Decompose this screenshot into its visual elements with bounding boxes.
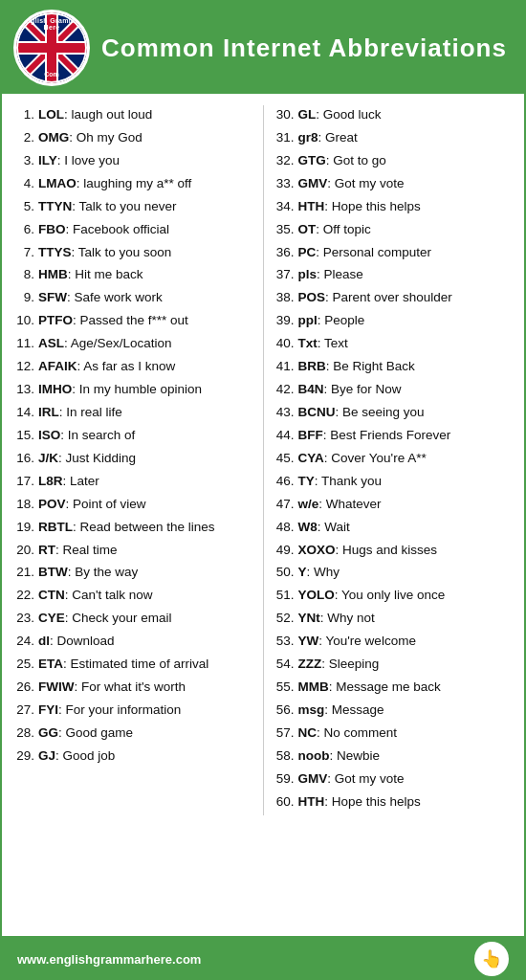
list-item: 25.ETA: Estimated time of arrival	[13, 655, 253, 675]
list-item: 59.GMV: Got my vote	[274, 769, 514, 790]
item-def: : Great	[318, 130, 358, 145]
item-def: : Can't talk now	[65, 588, 153, 602]
list-item: 49.XOXO: Hugs and kisses	[274, 541, 514, 561]
list-item: 18.POV: Point of view	[13, 495, 253, 515]
item-abbr: OT	[298, 222, 317, 236]
item-number: 10.	[13, 311, 34, 331]
item-abbr: BRB	[298, 359, 326, 373]
item-number: 11.	[13, 334, 34, 354]
list-item: 38.POS: Parent over shoulder	[274, 288, 514, 308]
item-number: 33.	[274, 174, 295, 194]
item-def: : People	[318, 313, 365, 327]
list-item: 3.ILY: I love you	[13, 151, 253, 171]
list-item: 42.B4N: Bye for Now	[274, 380, 514, 400]
item-def: : Why not	[320, 611, 375, 625]
list-item: 23.CYE: Check your email	[13, 609, 253, 629]
list-item: 48.W8: Wait	[274, 518, 514, 538]
item-abbr: Txt	[298, 336, 318, 350]
item-number: 38.	[274, 288, 295, 308]
item-def: : Just Kidding	[58, 451, 136, 465]
item-def: : Got my vote	[327, 771, 404, 786]
item-abbr: LOL	[38, 107, 64, 122]
item-number: 20.	[13, 541, 34, 561]
item-abbr: YW	[298, 634, 319, 648]
list-item: 35.OT: Off topic	[274, 220, 514, 240]
item-def: : Personal computer	[316, 245, 431, 259]
item-abbr: dl	[38, 634, 50, 648]
item-number: 57.	[274, 724, 295, 744]
item-number: 25.	[13, 655, 34, 675]
list-item: 34.HTH: Hope this helps	[274, 197, 514, 217]
list-item: 1.LOL: laugh out loud	[13, 105, 253, 125]
list-item: 31.gr8: Great	[274, 128, 514, 148]
item-def: : In my humble opinion	[72, 382, 202, 396]
logo-inner: English Grammar Here Com	[16, 12, 87, 83]
item-number: 13.	[13, 380, 34, 400]
list-item: 28.GG: Good game	[13, 724, 253, 744]
item-def: : laugh out loud	[64, 107, 152, 122]
item-abbr: SFW	[38, 290, 67, 304]
item-def: : In real life	[59, 405, 122, 419]
item-number: 46.	[274, 472, 295, 492]
item-number: 26.	[13, 678, 34, 698]
item-def: : Message me back	[329, 679, 441, 694]
item-abbr: TTYS	[38, 245, 72, 259]
list-item: 26.FWIW: For what it's worth	[13, 678, 253, 698]
item-def: : Off topic	[316, 222, 371, 236]
item-abbr: ppl	[298, 313, 318, 327]
item-def: : By the way	[68, 565, 139, 579]
item-abbr: ILY	[38, 153, 57, 167]
item-abbr: HMB	[38, 267, 68, 281]
item-number: 29.	[13, 746, 34, 767]
item-def: : In search of	[60, 428, 135, 442]
item-abbr: POS	[298, 290, 326, 304]
item-abbr: GL	[298, 107, 317, 122]
item-abbr: TY	[298, 474, 315, 488]
hand-icon: 👆	[474, 942, 509, 976]
item-def: : Bye for Now	[324, 382, 402, 396]
item-abbr: noob	[298, 748, 330, 763]
item-number: 21.	[13, 563, 34, 583]
item-def: : Passed the f*** out	[73, 313, 188, 327]
item-abbr: B4N	[298, 382, 324, 396]
svg-rect-8	[16, 43, 87, 53]
column-divider	[263, 105, 264, 815]
item-number: 8.	[13, 265, 34, 285]
list-item: 21.BTW: By the way	[13, 563, 253, 583]
item-def: : You only live once	[335, 588, 446, 602]
item-abbr: GJ	[38, 748, 55, 763]
item-number: 5.	[13, 197, 34, 217]
item-def: : Safe work work	[67, 290, 163, 304]
item-number: 41.	[274, 357, 295, 377]
item-abbr: LMAO	[38, 176, 77, 190]
item-abbr: CYE	[38, 611, 65, 625]
item-def: : Point of view	[66, 497, 146, 511]
item-def: : Got my vote	[327, 176, 404, 190]
item-def: : Read between the lines	[73, 520, 215, 534]
item-abbr: AFAIK	[38, 359, 77, 373]
footer-url: www.englishgrammarhere.com	[17, 952, 201, 967]
list-item: 53.YW: You're welcome	[274, 632, 514, 652]
list-item: 45.CYA: Cover You're A**	[274, 449, 514, 469]
item-def: : As far as I know	[77, 359, 176, 373]
item-def: : Age/Sex/Location	[64, 336, 172, 350]
item-number: 14.	[13, 403, 34, 423]
list-item: 16.J/K: Just Kidding	[13, 449, 253, 469]
item-def: : Later	[63, 474, 99, 488]
item-number: 1.	[13, 105, 34, 125]
list-item: 60.HTH: Hope this helps	[274, 792, 514, 813]
item-number: 23.	[13, 609, 34, 629]
item-def: : I love you	[57, 153, 120, 167]
item-number: 47.	[274, 495, 295, 515]
item-number: 40.	[274, 334, 295, 354]
item-def: : For what it's worth	[74, 679, 186, 694]
item-abbr: GTG	[298, 153, 326, 167]
item-def: : Sleeping	[321, 657, 379, 671]
list-item: 2.OMG: Oh my God	[13, 128, 253, 148]
list-item: 14.IRL: In real life	[13, 403, 253, 423]
item-abbr: msg	[298, 702, 325, 717]
item-def: : For your information	[58, 702, 181, 717]
item-abbr: BTW	[38, 565, 68, 579]
item-number: 43.	[274, 403, 295, 423]
list-item: 10.PTFO: Passed the f*** out	[13, 311, 253, 331]
